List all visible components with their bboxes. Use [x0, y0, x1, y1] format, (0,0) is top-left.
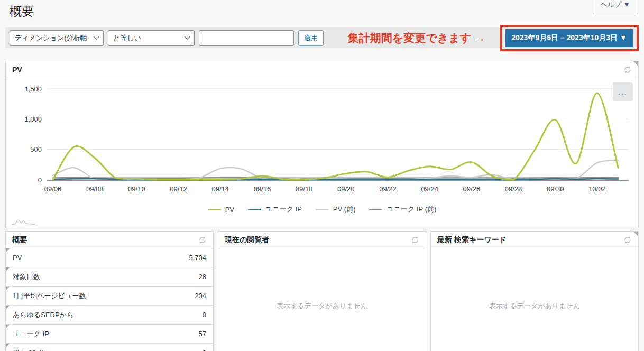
corner-fold-icon	[6, 287, 10, 290]
legend-swatch	[316, 209, 329, 210]
pv-panel-header: PV	[6, 61, 638, 78]
legend-label: ユニーク IP (前)	[387, 205, 436, 214]
table-row: PV5,704	[6, 248, 213, 267]
filter-value-input[interactable]	[199, 30, 294, 46]
svg-text:09/22: 09/22	[379, 185, 397, 193]
table-row: 過去 30 分0	[6, 344, 213, 351]
corner-fold-icon	[6, 248, 10, 252]
svg-text:10/02: 10/02	[588, 185, 606, 193]
svg-text:09/10: 09/10	[128, 185, 145, 193]
svg-text:09/20: 09/20	[337, 185, 355, 193]
corner-fold-icon	[6, 325, 10, 328]
pv-panel-title: PV	[12, 66, 22, 74]
metric-label: PV	[13, 254, 22, 262]
latest-keywords-panel: 最新 検索キーワード 表示するデータがありません	[430, 231, 639, 351]
pv-line-chart: 05001,0001,50009/0609/0809/1009/1209/140…	[6, 79, 638, 201]
metric-value: 0	[203, 311, 206, 319]
summary-panel-header: 概要	[6, 232, 213, 248]
svg-text:09/16: 09/16	[254, 185, 271, 193]
metric-label: ユニーク IP	[13, 329, 49, 339]
svg-text:09/28: 09/28	[505, 185, 522, 193]
legend-label: ユニーク IP	[265, 205, 302, 214]
apply-button[interactable]: 適用	[298, 30, 324, 46]
svg-text:09/26: 09/26	[463, 185, 481, 193]
table-row: 対象日数28	[6, 267, 213, 287]
annotation-text: 集計期間を変更できます →	[348, 31, 485, 45]
refresh-icon[interactable]	[411, 236, 419, 244]
table-row: 1日平均ページビュー数204	[6, 287, 213, 306]
pv-chart-panel: PV 05001,0001,50009/0609/0809/1009/1209/…	[5, 61, 639, 228]
table-row: あらゆるSERPから0	[6, 306, 213, 325]
svg-text:09/24: 09/24	[421, 185, 438, 193]
metric-value: 57	[199, 330, 206, 338]
metric-label: 過去 30 分	[13, 348, 45, 351]
summary-panel-title: 概要	[12, 235, 27, 245]
refresh-icon[interactable]	[623, 236, 632, 244]
sparkline-icon	[11, 217, 35, 226]
metric-value: 28	[199, 273, 206, 281]
svg-text:09/14: 09/14	[211, 185, 229, 193]
metric-label: 1日平均ページビュー数	[13, 291, 86, 301]
summary-panel: 概要 PV5,704対象日数281日平均ページビュー数204あらゆるSERPから…	[5, 231, 214, 351]
svg-text:0: 0	[38, 176, 42, 184]
metric-value: 204	[195, 292, 206, 300]
corner-fold-icon	[6, 344, 10, 347]
corner-fold-icon	[6, 267, 10, 271]
chevron-down-icon	[93, 33, 99, 39]
help-button-label: ヘルプ ▼	[601, 0, 630, 10]
latest-keywords-header: 最新 検索キーワード	[431, 232, 638, 248]
svg-text:1,500: 1,500	[24, 85, 42, 93]
latest-keywords-title: 最新 検索キーワード	[437, 235, 507, 245]
chart-options-button[interactable]: ...	[613, 82, 633, 101]
svg-text:09/06: 09/06	[44, 185, 62, 193]
current-visitors-header: 現在の閲覧者	[218, 232, 426, 248]
legend-swatch	[248, 209, 261, 210]
svg-text:1,000: 1,000	[24, 115, 42, 123]
svg-text:09/12: 09/12	[170, 185, 187, 193]
metric-label: あらゆるSERPから	[13, 310, 73, 320]
metric-label: 対象日数	[13, 272, 40, 282]
legend-item[interactable]: PV (前)	[316, 205, 356, 214]
legend-label: PV	[225, 206, 234, 214]
legend-swatch	[369, 209, 382, 210]
chart-legend: PVユニーク IPPV (前)ユニーク IP (前)	[6, 205, 638, 214]
svg-text:09/30: 09/30	[547, 185, 564, 193]
date-range-button[interactable]: 2023年9月6日 – 2023年10月3日 ▼	[505, 29, 633, 47]
corner-fold-icon	[6, 306, 10, 309]
refresh-icon[interactable]	[198, 236, 207, 244]
metric-value: 5,704	[189, 254, 206, 262]
annotation-highlight-box: 2023年9月6日 – 2023年10月3日 ▼	[500, 25, 639, 51]
current-visitors-title: 現在の閲覧者	[225, 235, 269, 245]
legend-item[interactable]: ユニーク IP	[248, 205, 302, 214]
operator-select[interactable]: と等しい	[108, 30, 195, 46]
table-row: ユニーク IP57	[6, 325, 213, 344]
svg-text:500: 500	[30, 145, 42, 153]
svg-text:09/18: 09/18	[296, 185, 313, 193]
corner-fold-icon	[633, 61, 638, 66]
dimension-select-value: ディメンション(分析軸	[15, 33, 87, 43]
corner-fold-icon	[633, 232, 638, 236]
page-title: 概要	[10, 3, 34, 20]
empty-state-text: 表示するデータがありません	[431, 248, 638, 311]
legend-item[interactable]: PV	[208, 206, 234, 214]
refresh-icon[interactable]	[623, 66, 632, 74]
chevron-down-icon	[184, 33, 190, 39]
summary-table: PV5,704対象日数281日平均ページビュー数204あらゆるSERPから0ユニ…	[6, 248, 213, 351]
operator-select-value: と等しい	[113, 33, 141, 43]
svg-text:09/08: 09/08	[86, 185, 104, 193]
dimension-select[interactable]: ディメンション(分析軸	[10, 30, 104, 46]
empty-state-text: 表示するデータがありません	[218, 248, 426, 311]
legend-swatch	[208, 209, 221, 210]
legend-item[interactable]: ユニーク IP (前)	[369, 205, 436, 214]
help-button[interactable]: ヘルプ ▼	[593, 0, 638, 14]
current-visitors-panel: 現在の閲覧者 表示するデータがありません	[218, 231, 426, 351]
metric-value: 0	[203, 349, 206, 351]
filter-bar: ディメンション(分析軸 と等しい 適用 集計期間を変更できます → 2023年9…	[5, 27, 639, 48]
legend-label: PV (前)	[333, 205, 356, 214]
bottom-panels-row: 概要 PV5,704対象日数281日平均ページビュー数204あらゆるSERPから…	[5, 231, 639, 351]
